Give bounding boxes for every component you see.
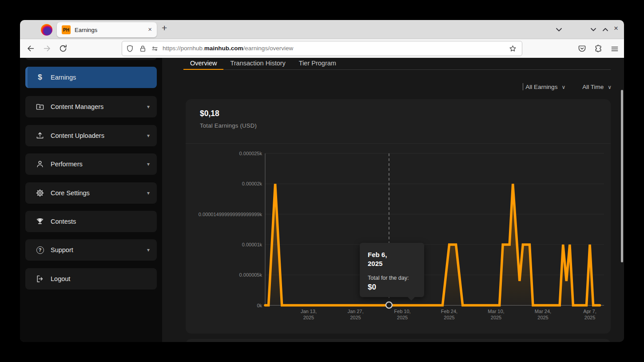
svg-text:Feb 10,2025: Feb 10,2025 <box>394 309 410 320</box>
svg-text:0k: 0k <box>257 303 262 308</box>
browser-tab[interactable]: PH Earnings × <box>57 22 157 37</box>
sidebar-item-label: Core Settings <box>51 189 90 197</box>
help-icon: ? <box>35 246 45 254</box>
firefox-icon[interactable] <box>41 24 52 36</box>
time-filter-value: All Time <box>582 84 604 90</box>
tab-title: Earnings <box>75 27 97 33</box>
svg-text:Apr 7,2025: Apr 7,2025 <box>583 309 596 320</box>
tab-overview[interactable]: Overview <box>183 58 223 70</box>
url-prefix: https://pornhub. <box>163 45 204 52</box>
main-area: Overview Transaction History Tier Progra… <box>162 58 624 342</box>
svg-text:0.00001k: 0.00001k <box>242 242 262 247</box>
svg-text:Jan 13,2025: Jan 13,2025 <box>301 309 317 320</box>
sidebar-item-support[interactable]: ? Support ▾ <box>25 239 157 261</box>
bookmark-star-icon[interactable] <box>508 44 517 53</box>
window-minimize-icon[interactable] <box>590 26 596 33</box>
earnings-filter-value: All Earnings <box>525 84 557 90</box>
svg-text:0.000005k: 0.000005k <box>239 272 262 278</box>
list-tabs-chevron-icon[interactable] <box>555 26 563 33</box>
chevron-down-icon: ▾ <box>147 161 150 167</box>
svg-text:0.000014999999999999999k: 0.000014999999999999999k <box>199 212 262 217</box>
trophy-icon <box>35 217 45 226</box>
sidebar-item-core-settings[interactable]: Core Settings ▾ <box>25 182 157 204</box>
sidebar-item-label: Earnings <box>51 74 76 81</box>
chevron-down-icon: ▾ <box>147 247 150 253</box>
sidebar-item-content-uploaders[interactable]: Content Uploaders ▾ <box>25 125 157 146</box>
svg-text:0.000025k: 0.000025k <box>239 151 262 156</box>
tab-transaction-history[interactable]: Transaction History <box>223 58 292 70</box>
url-text: https://pornhub.mainhub.com/earnings/ove… <box>163 45 293 52</box>
reload-icon[interactable] <box>58 44 68 53</box>
sidebar-item-logout[interactable]: Logout <box>25 268 157 290</box>
sidebar-item-label: Logout <box>51 275 70 282</box>
next-section-card <box>186 339 611 342</box>
page-scrollbar[interactable] <box>621 90 623 262</box>
sidebar-item-contests[interactable]: Contests <box>25 211 157 232</box>
sidebar-item-performers[interactable]: Performers ▾ <box>25 153 157 175</box>
svg-text:Mar 24,2025: Mar 24,2025 <box>535 309 551 320</box>
sidebar-item-label: Support <box>51 246 73 253</box>
site-favicon: PH <box>62 25 71 34</box>
folder-plus-icon <box>35 102 45 111</box>
earnings-filter-select[interactable]: All Earnings ∨ <box>523 83 565 90</box>
sidebar-item-label: Contests <box>51 218 76 225</box>
sidebar-item-content-managers[interactable]: Content Managers ▾ <box>25 96 157 117</box>
url-path: /earnings/overview <box>243 45 294 52</box>
svg-text:0.00002k: 0.00002k <box>242 181 262 186</box>
extensions-puzzle-icon[interactable] <box>594 44 603 53</box>
tab-close-icon[interactable]: × <box>148 25 152 33</box>
new-tab-button[interactable]: + <box>162 23 167 33</box>
shield-icon[interactable] <box>126 44 134 53</box>
browser-tab-bar: PH Earnings × + × <box>20 20 624 39</box>
sidebar-item-label: Content Uploaders <box>51 132 104 139</box>
forward-icon[interactable] <box>42 44 52 53</box>
tooltip-date: Feb 6,2025 <box>368 250 416 268</box>
sidebar-item-earnings[interactable]: $ Earnings <box>25 67 157 88</box>
permissions-icon[interactable] <box>151 44 159 53</box>
earnings-line-chart: 0.000025k0.00002k0.000014999999999999999… <box>186 99 611 334</box>
chevron-down-icon: ∨ <box>561 84 565 90</box>
chevron-down-icon: ∨ <box>608 84 612 90</box>
tooltip-label: Total for the day: <box>368 275 416 281</box>
time-filter-select[interactable]: All Time ∨ <box>582 83 612 90</box>
logout-icon <box>35 274 45 283</box>
svg-text:Mar 10,2025: Mar 10,2025 <box>488 309 504 320</box>
menu-hamburger-icon[interactable] <box>610 44 619 53</box>
back-icon[interactable] <box>26 44 36 53</box>
chevron-down-icon: ▾ <box>147 104 150 110</box>
sidebar-item-label: Performers <box>51 161 83 168</box>
sidebar-item-label: Content Managers <box>51 103 103 110</box>
sidebar-item-partial[interactable] <box>25 58 157 60</box>
chart-tooltip: Feb 6,2025 Total for the day: $0 <box>360 243 424 297</box>
gear-icon <box>35 189 45 197</box>
window-maximize-icon[interactable] <box>602 26 608 33</box>
browser-toolbar: https://pornhub.mainhub.com/earnings/ove… <box>20 39 624 58</box>
chevron-down-icon: ▾ <box>147 133 150 139</box>
filter-row: All Earnings ∨ All Time ∨ <box>523 83 612 90</box>
chevron-down-icon: ▾ <box>147 190 150 196</box>
window-close-icon[interactable]: × <box>614 24 618 33</box>
dollar-icon: $ <box>35 73 45 82</box>
tooltip-value: $0 <box>368 283 416 292</box>
svg-text:Jan 27,2025: Jan 27,2025 <box>347 309 363 320</box>
page-content: $ Earnings Content Managers ▾ Content Up… <box>20 58 624 342</box>
person-icon <box>35 160 45 169</box>
url-domain: mainhub.com <box>204 45 243 52</box>
url-bar[interactable]: https://pornhub.mainhub.com/earnings/ove… <box>122 41 522 56</box>
svg-text:Feb 24,2025: Feb 24,2025 <box>441 309 457 320</box>
pocket-icon[interactable] <box>577 44 587 53</box>
lock-icon[interactable] <box>139 44 147 53</box>
page-tabs: Overview Transaction History Tier Progra… <box>183 58 611 70</box>
tab-tier-program[interactable]: Tier Program <box>292 58 343 70</box>
earnings-chart-card: $0,18 Total Earnings (USD) 0.000025k0.00… <box>186 99 611 334</box>
upload-icon <box>35 131 45 140</box>
browser-window: PH Earnings × + × https://pornhub.mainhu… <box>20 20 624 342</box>
sidebar: $ Earnings Content Managers ▾ Content Up… <box>20 58 162 342</box>
